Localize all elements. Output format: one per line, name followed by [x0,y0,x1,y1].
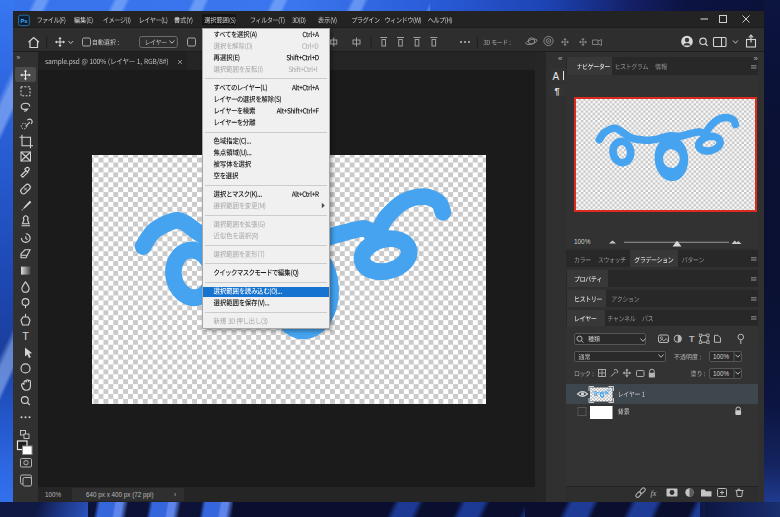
svg-text:»: » [754,54,759,63]
svg-text:fx: fx [651,489,657,498]
svg-text:T: T [689,334,695,344]
svg-text:»: » [17,54,21,61]
svg-text:T: T [22,330,29,342]
svg-text:«: « [558,54,563,63]
svg-text:›: › [174,491,176,498]
svg-text:A: A [553,71,560,82]
svg-text:¶: ¶ [555,86,560,96]
svg-text:Ps: Ps [20,18,27,24]
